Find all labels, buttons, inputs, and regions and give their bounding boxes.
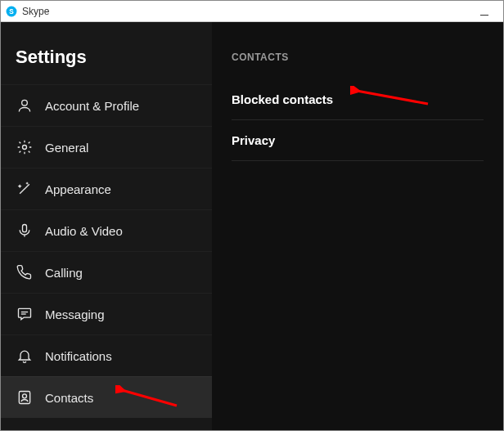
- person-icon: [16, 97, 34, 114]
- sidebar-item-calling[interactable]: Calling: [1, 251, 212, 293]
- sidebar-item-label: Appearance: [45, 182, 111, 196]
- wand-icon: [16, 180, 34, 198]
- sidebar-item-label: Account & Profile: [45, 99, 139, 113]
- row-label: Blocked contacts: [232, 92, 333, 106]
- svg-text:S: S: [9, 7, 14, 15]
- svg-rect-4: [23, 225, 27, 232]
- gear-icon: [16, 138, 34, 156]
- sidebar-item-label: General: [45, 141, 88, 155]
- svg-line-9: [122, 390, 177, 406]
- window-minimize-button[interactable]: [480, 7, 488, 16]
- window-title: Skype: [22, 6, 49, 17]
- app-body: Settings Account & Profile General Appea…: [1, 22, 503, 430]
- svg-point-2: [22, 100, 28, 106]
- sidebar-item-general[interactable]: General: [1, 126, 212, 168]
- window-titlebar: S Skype: [1, 1, 503, 22]
- settings-sidebar: Settings Account & Profile General Appea…: [1, 22, 212, 430]
- sidebar-item-label: Notifications: [45, 349, 112, 363]
- annotation-arrow-icon: [115, 385, 181, 410]
- row-privacy[interactable]: Privacy: [232, 120, 484, 161]
- section-heading: CONTACTS: [232, 52, 484, 63]
- sidebar-item-notifications[interactable]: Notifications: [1, 334, 212, 376]
- settings-heading: Settings: [1, 47, 212, 84]
- sidebar-item-label: Messaging: [45, 308, 105, 321]
- chat-icon: [16, 305, 34, 323]
- svg-point-3: [23, 146, 27, 150]
- svg-line-10: [357, 91, 428, 104]
- row-blocked-contacts[interactable]: Blocked contacts: [232, 79, 484, 120]
- svg-rect-7: [19, 392, 29, 404]
- sidebar-item-contacts[interactable]: Contacts: [1, 376, 212, 418]
- bell-icon: [16, 347, 34, 365]
- annotation-arrow-icon: [350, 86, 432, 110]
- sidebar-item-appearance[interactable]: Appearance: [1, 168, 212, 209]
- sidebar-item-label: Audio & Video: [45, 224, 123, 238]
- svg-point-8: [23, 394, 27, 398]
- row-label: Privacy: [232, 133, 275, 147]
- phone-icon: [16, 263, 34, 281]
- sidebar-item-label: Contacts: [45, 391, 93, 405]
- sidebar-item-label: Calling: [45, 266, 83, 280]
- sidebar-item-account-profile[interactable]: Account & Profile: [1, 84, 212, 126]
- settings-detail-panel: CONTACTS Blocked contacts Privacy: [212, 22, 503, 430]
- skype-logo-icon: S: [6, 6, 17, 17]
- sidebar-item-messaging[interactable]: Messaging: [1, 293, 212, 334]
- microphone-icon: [16, 222, 34, 240]
- sidebar-item-audio-video[interactable]: Audio & Video: [1, 209, 212, 251]
- contacts-icon: [16, 388, 34, 406]
